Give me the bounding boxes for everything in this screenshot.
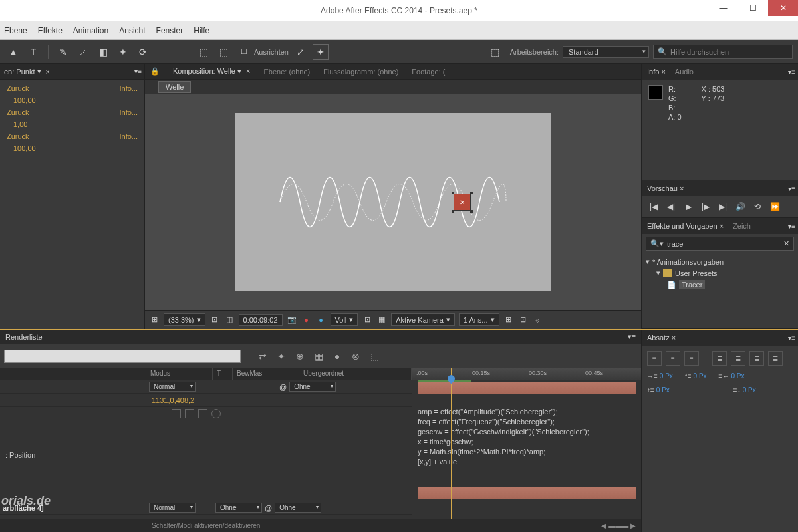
expr-menu-icon[interactable] (211, 409, 221, 418)
tab-audio[interactable]: Audio (675, 68, 694, 76)
history-undo[interactable]: Zurück (7, 84, 29, 92)
breadcrumb-item[interactable]: Welle (158, 81, 191, 93)
audio-icon[interactable]: 🔊 (735, 201, 745, 212)
parent-pickwhip-icon[interactable]: @ (265, 504, 272, 512)
tl-icon[interactable]: ● (330, 349, 344, 364)
history-info[interactable]: Info... (119, 84, 138, 92)
justify-right-icon[interactable]: ≣ (749, 351, 764, 366)
parent-pickwhip-icon[interactable]: @ (279, 383, 287, 391)
composition-viewer[interactable]: ✕ (145, 94, 641, 310)
mask-icon[interactable]: ◫ (224, 315, 235, 325)
workspace-dropdown[interactable]: Standard (563, 46, 649, 58)
selection-tool-icon[interactable]: ▲ (5, 44, 21, 60)
comp-tab-ebene[interactable]: Ebene: (ohne) (264, 68, 311, 76)
camera-dropdown[interactable]: Aktive Kamera ▾ (391, 313, 455, 326)
brush-tool-icon[interactable]: ⟋ (75, 44, 91, 60)
transparency-icon[interactable]: ▦ (376, 315, 387, 325)
indent-right[interactable]: ≡← 0 Px (719, 372, 745, 380)
mode-dropdown[interactable]: Normal (149, 382, 196, 392)
snap-icon[interactable]: ⬚ (196, 44, 211, 60)
position-value[interactable]: 1131,0,408,2 (146, 396, 194, 404)
clone-tool-icon[interactable]: ✦ (115, 44, 131, 60)
close-button[interactable]: ✕ (768, 0, 798, 16)
close-icon[interactable]: × (45, 68, 49, 76)
clear-icon[interactable]: ✕ (783, 239, 789, 248)
tab-zeich[interactable]: Zeich (733, 222, 751, 230)
left-panel-tab[interactable]: en: Punkt (4, 68, 35, 76)
align-icon[interactable]: ⤢ (293, 44, 309, 60)
panel-menu-icon[interactable]: ▾≡ (788, 185, 795, 192)
footer-toggle[interactable]: Schalter/Modi aktivieren/deaktivieren (152, 522, 260, 529)
help-search[interactable]: 🔍 Hilfe durchsuchen (653, 45, 793, 59)
tree-item-tracer[interactable]: 📄 Tracer (646, 279, 794, 291)
tab-renderliste[interactable]: Renderliste (5, 333, 43, 341)
menu-fenster[interactable]: Fenster (156, 26, 184, 35)
history-info[interactable]: Info... (119, 132, 138, 140)
panel-menu-icon[interactable]: ▾≡ (134, 68, 142, 75)
comp-tab-footage[interactable]: Footage: ( (412, 68, 445, 76)
effects-search[interactable]: 🔍▾ ✕ (646, 237, 794, 251)
align-right-icon[interactable]: ≡ (684, 351, 699, 366)
effects-search-input[interactable] (667, 240, 780, 248)
justify-all-icon[interactable]: ≣ (768, 351, 783, 366)
grid-icon[interactable]: ⊞ (149, 315, 160, 325)
mode-dropdown[interactable]: Normal (149, 503, 196, 513)
space-before[interactable]: ↑≡ 0 Px (647, 386, 670, 394)
expr-pickwhip-icon[interactable] (198, 409, 207, 418)
comp-tab-welle[interactable]: Komposition: Welle ▾ × (173, 67, 251, 76)
panel-menu-icon[interactable]: ▾≡ (788, 68, 795, 76)
channel2-icon[interactable]: ● (316, 315, 327, 325)
resolution-icon[interactable]: ⊡ (209, 315, 220, 325)
minimize-button[interactable]: — (708, 0, 738, 16)
pixel-icon[interactable]: ⊞ (503, 315, 514, 325)
tree-root[interactable]: ▾ * Animationsvorgaben (646, 256, 794, 267)
parent-dropdown[interactable]: Ohne (275, 503, 321, 513)
tl-icon[interactable]: ✦ (274, 349, 289, 364)
property-row[interactable]: 1131,0,408,2 (0, 394, 412, 407)
indent-left[interactable]: →≡ 0 Px (647, 372, 673, 380)
zoom-dropdown[interactable]: (33,3%) ▾ (164, 313, 205, 326)
menu-hilfe[interactable]: Hilfe (194, 26, 209, 35)
lock-icon[interactable]: 🔒 (150, 67, 160, 76)
expr-graph-icon[interactable] (185, 409, 194, 418)
snap-edges-icon[interactable]: ✦ (313, 44, 329, 60)
tab-info[interactable]: Info × (647, 68, 666, 76)
menu-effekte[interactable]: Effekte (38, 26, 63, 35)
layer-row-2[interactable]: arbfläche 4] Normal Ohne @ Ohne (0, 501, 412, 515)
justify-center-icon[interactable]: ≣ (731, 351, 745, 366)
history-undo[interactable]: Zurück (7, 132, 29, 140)
channel-icon[interactable]: ● (301, 315, 312, 325)
first-frame-icon[interactable]: |◀ (648, 201, 659, 212)
panel-menu-icon[interactable]: ▾≡ (628, 332, 636, 341)
roto-tool-icon[interactable]: ⟳ (135, 44, 151, 60)
align-left-icon[interactable]: ≡ (647, 351, 662, 366)
tl-icon[interactable]: ⊕ (293, 349, 307, 364)
layer-marker[interactable]: ✕ (454, 194, 471, 211)
play-icon[interactable]: ▶ (683, 201, 694, 212)
maximize-button[interactable]: ☐ (738, 0, 768, 16)
ram-preview-icon[interactable]: ⏩ (769, 201, 780, 212)
timeline-tracks[interactable]: :00s 00:15s 00:30s 00:45s amp = effect("… (412, 368, 641, 519)
history-value[interactable]: 100,00 (7, 144, 36, 152)
justify-left-icon[interactable]: ≣ (712, 351, 727, 366)
tree-folder[interactable]: ▾ User Presets (646, 267, 794, 279)
panel-menu-icon[interactable]: ▾≡ (788, 334, 795, 342)
expr-enable-icon[interactable] (172, 409, 181, 418)
comp-tab-fluss[interactable]: Flussdiagramm: (ohne) (323, 68, 398, 76)
roi-icon[interactable]: ⊡ (362, 315, 372, 325)
last-frame-icon[interactable]: ▶| (718, 201, 728, 212)
next-frame-icon[interactable]: |▶ (700, 201, 711, 212)
workspace-icon[interactable]: ⬚ (487, 44, 503, 60)
space-after[interactable]: ≡↓ 0 Px (733, 386, 756, 394)
tab-absatz[interactable]: Absatz × (647, 334, 676, 342)
timeline-icon[interactable]: ⟐ (533, 315, 543, 325)
playhead[interactable] (451, 368, 452, 519)
history-value[interactable]: 100,00 (7, 96, 36, 104)
indent-first[interactable]: *≡ 0 Px (685, 372, 707, 380)
tl-icon[interactable]: ▦ (311, 349, 326, 364)
timecode[interactable]: 0:00:09:02 (239, 314, 283, 326)
loop-icon[interactable]: ⟲ (752, 201, 763, 212)
history-info[interactable]: Info... (119, 108, 138, 116)
tab-effects[interactable]: Effekte und Vorgaben × (647, 222, 724, 230)
snap2-icon[interactable]: ⬚ (215, 44, 231, 60)
